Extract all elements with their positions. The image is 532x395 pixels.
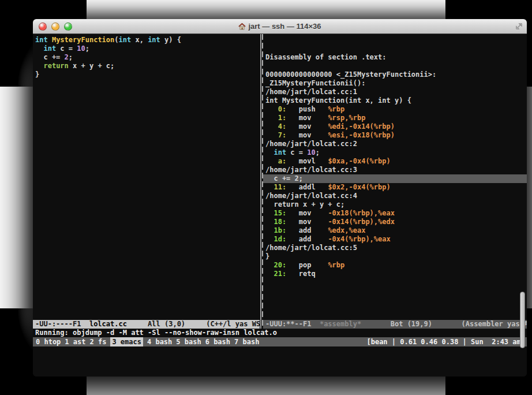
code-line	[265, 36, 527, 44]
assembly-buffer[interactable]: Disassembly of section .text: 0000000000…	[263, 34, 527, 320]
code-line: 18: mov -0x14(%rbp),%edx	[265, 218, 527, 226]
source-buffer[interactable]: int MysteryFunction(int x, int y) { int …	[33, 34, 260, 320]
house-icon	[238, 23, 246, 30]
source-window: int MysteryFunction(int x, int y) { int …	[33, 34, 260, 329]
emacs-windows: int MysteryFunction(int x, int y) { int …	[33, 34, 527, 329]
assembly-window: Disassembly of section .text: 0000000000…	[263, 34, 527, 329]
tmux-window-item[interactable]: 7 bash	[234, 337, 259, 346]
code-line: 1b: add %edx,%eax	[265, 226, 527, 235]
code-line: int c = 10;	[35, 44, 260, 53]
code-line: /home/jart/lolcat.cc:5	[265, 244, 527, 252]
tmux-status-right: [bean | 0.61 0.46 0.38 | Sun 2:43 am]	[366, 337, 525, 346]
code-line: 0: push %rbp	[265, 105, 527, 114]
mode-line-source[interactable]: -UU-:----F1 lolcat.cc All (3,0) (C++/l y…	[33, 320, 260, 329]
echo-area: Running: objdump -d -M att -Sl --no-show…	[33, 329, 527, 337]
resize-arrows-icon[interactable]	[515, 23, 523, 30]
terminal-content: int MysteryFunction(int x, int y) { int …	[33, 34, 527, 377]
code-line	[265, 44, 527, 53]
code-line: 20: pop %rbp	[265, 261, 527, 270]
code-line: 7: mov %esi,-0x18(%rbp)	[265, 131, 527, 140]
code-line: 21: retq	[265, 270, 527, 278]
code-line	[265, 62, 527, 70]
tmux-window-list: 0 htop1 ast2 fs3 emacs4 bash5 bash6 bash…	[36, 337, 366, 346]
code-line: int MysteryFunction(int x, int y) {	[35, 36, 260, 44]
mode-line-assembly[interactable]: -UUU:**--F1 *assembly* Bot (19,9) (Assem…	[263, 320, 527, 329]
code-line: 11: addl $0x2,-0x4(%rbp)	[265, 183, 527, 192]
scrollbar-thumb[interactable]	[520, 292, 525, 348]
code-line: _Z15MysteryFunctionii():	[265, 79, 527, 88]
code-line: 0000000000000000 <_Z15MysteryFunctionii>…	[265, 70, 527, 79]
code-line: c += 2;	[35, 53, 260, 62]
code-line: return x + y + c;	[265, 200, 527, 209]
code-line: a: movl $0xa,-0x4(%rbp)	[265, 157, 527, 166]
tmux-window-item[interactable]: 1 ast	[65, 337, 85, 346]
highlighted-code-line: c += 2;	[263, 174, 527, 183]
code-line: /home/jart/lolcat.cc:3	[265, 166, 527, 174]
tmux-window-item[interactable]: 4 bash	[147, 337, 172, 346]
tmux-window-item[interactable]: 6 bash	[205, 337, 230, 346]
window-title: jart — ssh — 114×36	[33, 22, 527, 31]
code-line: return x + y + c;	[35, 62, 260, 70]
code-line: 1d: add -0x4(%rbp),%eax	[265, 235, 527, 244]
code-line: }	[35, 70, 260, 79]
tmux-window-item[interactable]: 5 bash	[176, 337, 201, 346]
code-line: /home/jart/lolcat.cc:1	[265, 88, 527, 96]
code-line: /home/jart/lolcat.cc:2	[265, 140, 527, 148]
terminal-window: jart — ssh — 114×36 int MysteryFunction(…	[33, 19, 527, 377]
screenshot: jart — ssh — 114×36 int MysteryFunction(…	[0, 0, 532, 395]
tmux-window-item[interactable]: 2 fs	[89, 337, 106, 346]
code-line: Disassembly of section .text:	[265, 53, 527, 62]
tmux-window-item[interactable]: 0 htop	[36, 337, 61, 346]
code-line: int MysteryFunction(int x, int y) {	[265, 96, 527, 105]
tmux-window-item[interactable]: 3 emacs	[110, 337, 143, 346]
code-line: /home/jart/lolcat.cc:4	[265, 192, 527, 200]
code-line: 1: mov %rsp,%rbp	[265, 114, 527, 122]
title-bar[interactable]: jart — ssh — 114×36	[33, 19, 527, 34]
code-line: 4: mov %edi,-0x14(%rbp)	[265, 122, 527, 131]
code-line: 15: mov -0x18(%rbp),%eax	[265, 209, 527, 218]
code-line: int c = 10;	[265, 148, 527, 157]
tmux-status-bar: 0 htop1 ast2 fs3 emacs4 bash5 bash6 bash…	[33, 337, 527, 346]
code-line: }	[265, 252, 527, 261]
terminal-bottom-padding	[33, 346, 527, 377]
